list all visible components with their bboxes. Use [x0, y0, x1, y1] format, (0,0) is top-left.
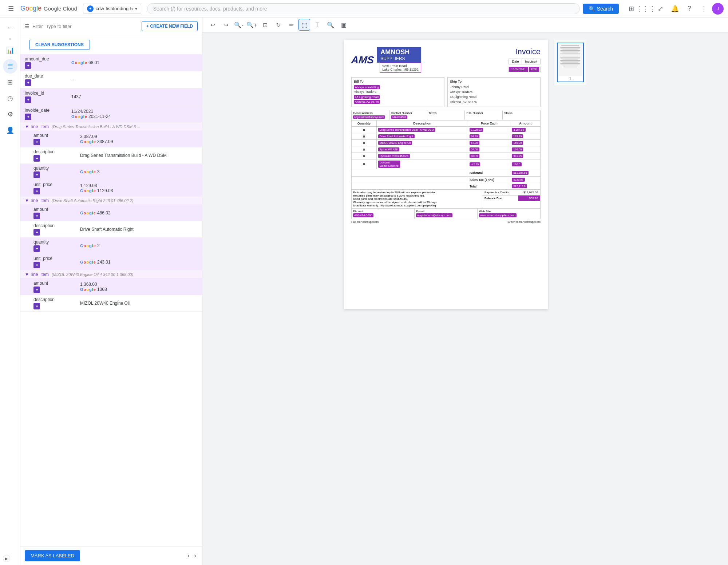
rotate-button[interactable]: ↻	[272, 19, 284, 31]
ship-address2: Arizona, AZ 88776	[450, 100, 538, 105]
mark-labeled-button[interactable]: MARK AS LABELED	[25, 550, 80, 561]
more-tools-button[interactable]: ▣	[338, 19, 349, 31]
item-price-1: 1,129.03	[468, 127, 510, 133]
more-options-icon[interactable]: ⋮	[697, 2, 711, 15]
project-selector[interactable]: ✦ cdw-fishfooding-5 ▾	[83, 4, 141, 14]
search-button[interactable]: 🔍 Search	[583, 4, 619, 14]
sub-field-qty-2: quantity ✦ Google 2	[20, 238, 202, 254]
sub-field-desc-1: description ✦ Drag Series Transmission B…	[20, 147, 202, 164]
invoice-title: Invoice	[509, 47, 541, 56]
item-desc-1: Drag Series Transmission Build - A WD DS…	[376, 127, 468, 133]
table-row: 0 Drive Shaft Automatic Right 64.89 129.…	[352, 133, 541, 140]
item-desc-3: MIZOL 20W40 Engine Oil	[376, 140, 468, 146]
th-quantity: Quantity	[352, 120, 377, 127]
bill-company: Abcxyz Traders	[354, 90, 442, 95]
apps-icon[interactable]: ⋮⋮⋮	[639, 2, 652, 15]
create-field-button[interactable]: + CREATE NEW FIELD	[142, 21, 198, 31]
sidebar-item-person[interactable]: 👤	[3, 123, 17, 138]
footer-contact-row: Phone# 480-484-0600 E-mail negotiations@…	[351, 209, 541, 219]
sub-field-name-amount-3: amount ✦	[33, 281, 77, 293]
doc-viewer: ↩ ↪ 🔍- 🔍+ ⊡ ↻ ✏ ⬚ ⌶ 🔍 ▣ AMS	[202, 17, 728, 565]
ship-name: Johnny Patel	[450, 85, 538, 90]
cloud-label: Google Cloud	[44, 5, 77, 12]
table-row-tax: Sales Tax (1.9%) $225.89	[352, 177, 541, 183]
invoice-num-label-cell: Invoice#	[522, 59, 540, 64]
email-chip: negotiations@abcxyz.com	[416, 213, 452, 217]
field-value-invoide-date: 11/24/2021 Google 2021-11-24	[71, 109, 198, 119]
field-name-due-date: due_date ✦	[25, 74, 68, 86]
nav-arrows: ‹ ›	[186, 550, 198, 561]
zoom-in-button[interactable]: 🔍+	[246, 19, 258, 31]
company-address1: 9291 Proin Road	[382, 64, 419, 68]
redo-button[interactable]: ↪	[220, 19, 232, 31]
sub-field-name-qty-1: quantity ✦	[33, 166, 77, 178]
sidebar-item-chart[interactable]: 📊	[3, 43, 17, 58]
item-amount-5: 981.25	[510, 153, 541, 159]
website-chip: www.amnoshsuppliers.com	[479, 213, 517, 217]
sub-field-name-amount-1: amount ✦	[33, 133, 77, 145]
undo-button[interactable]: ↩	[207, 19, 218, 31]
search-bar[interactable]: Search (/) for resources, docs, products…	[147, 3, 580, 14]
fit-page-button[interactable]: ⊡	[259, 19, 271, 31]
thumbnail-item-1[interactable]: 1	[557, 43, 584, 82]
ship-address1: 45 Lightning Road,	[450, 95, 538, 100]
item-amount-6: 130.0	[510, 159, 541, 169]
field-name-invoide-date: invoide_date ✦	[25, 108, 68, 120]
sidebar-item-settings[interactable]: ⚙	[3, 107, 17, 122]
email-val-chip: negotiations@abcxyz.com	[353, 115, 385, 119]
line-item-arrow-2[interactable]: ▼	[25, 198, 29, 203]
field-star-icon-due: ✦	[25, 79, 31, 86]
sidebar-item-list[interactable]: ☰	[3, 59, 17, 74]
line-item-arrow-1[interactable]: ▼	[25, 124, 29, 129]
item-price-5: 981.5	[468, 153, 510, 159]
fullscreen-icon[interactable]: ⤢	[654, 2, 667, 15]
sub-field-name-desc-1: description ✦	[33, 149, 77, 162]
twitter-handle: Twitter:@amnoshsuppliers	[506, 220, 541, 224]
bill-address-chip3: Arizona, AZ 88776	[354, 100, 380, 104]
notifications-icon[interactable]: 🔔	[668, 2, 681, 15]
date-label-cell: Date	[509, 59, 522, 64]
measure-button[interactable]: ⌶	[312, 19, 323, 31]
sidebar-item-grid[interactable]: ⊞	[3, 75, 17, 90]
help-icon[interactable]: ?	[683, 2, 696, 15]
contact-phone-header: Contact Number 0474234509	[389, 110, 427, 120]
sub-field-star-1: ✦	[33, 139, 40, 145]
sub-field-desc-3: description ✦ MIZOL 20W40 Engine Oil	[20, 295, 202, 312]
filter-input[interactable]	[46, 24, 139, 29]
sub-field-name-desc-3: description ✦	[33, 297, 77, 309]
company-address-box: 9291 Proin Road Lake Charles, ME-11292	[380, 63, 421, 73]
item-amount-4: 126.00	[510, 146, 541, 153]
field-value-invoice-id: 1437	[71, 94, 198, 99]
bill-address-chip: Abcxyz.com/billing	[354, 85, 442, 90]
annotate-button[interactable]: ✏	[285, 19, 297, 31]
item-desc-4: Spirax W2 ATF	[376, 146, 468, 153]
next-button[interactable]: ›	[193, 550, 198, 561]
menu-icon[interactable]: ☰	[4, 2, 17, 15]
search-doc-button[interactable]: 🔍	[325, 19, 336, 31]
sub-field-star-up-1: ✦	[33, 188, 40, 194]
topbar: ☰ Google Google Cloud ✦ cdw-fishfooding-…	[0, 0, 728, 17]
sub-field-amount-2: amount ✦ Google 486.02	[20, 205, 202, 221]
zoom-out-button[interactable]: 🔍-	[233, 19, 245, 31]
table-row: 0 Hydraulic Press 45 tons 981.5 981.25	[352, 153, 541, 159]
google-logo: Google	[71, 60, 87, 65]
phone-chip: 480-484-0600	[353, 213, 373, 217]
select-button[interactable]: ⬚	[298, 19, 310, 31]
prev-button[interactable]: ‹	[186, 550, 191, 561]
sidebar-item-history[interactable]: ◷	[3, 91, 17, 106]
sub-field-value-desc-3: MIZOL 20W40 Engine Oil	[80, 301, 198, 306]
google-logo-7: Google	[80, 244, 96, 248]
line-item-arrow-3[interactable]: ▼	[25, 272, 29, 277]
sub-field-name-uprice-2: unit_price ✦	[33, 256, 77, 268]
sidebar-item-back[interactable]: ←	[3, 20, 17, 35]
bill-to-title: Bill To	[354, 80, 442, 83]
table-row-total: Total $12,113.8	[352, 183, 541, 190]
avatar[interactable]: J	[712, 3, 724, 15]
clear-suggestions-button[interactable]: CLEAR SUGGESTIONS	[29, 40, 90, 50]
sub-field-star-up-2: ✦	[33, 262, 40, 268]
contact-status-header: Status	[503, 110, 540, 120]
bill-to-box: Bill To Abcxyz.com/billing Abcxyz Trader…	[351, 77, 444, 107]
ship-to-title: Ship To	[450, 80, 538, 83]
sub-field-uprice-1: unit_price ✦ 1,129.03 Google 1129.03	[20, 180, 202, 197]
sub-field-value-uprice-1: 1,129.03 Google 1129.03	[80, 183, 198, 193]
